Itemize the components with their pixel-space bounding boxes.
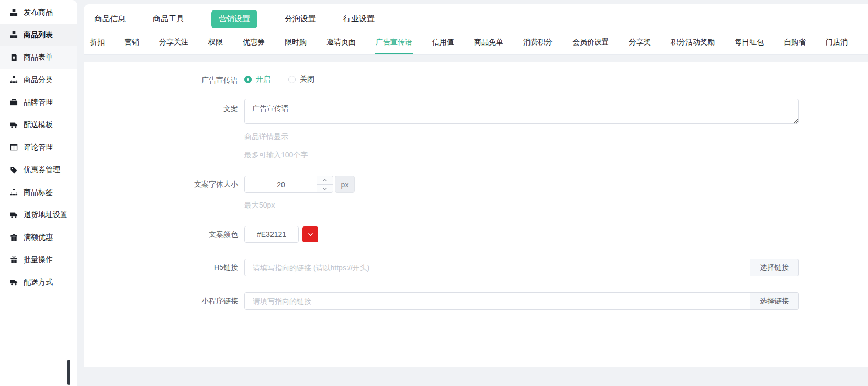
secondary-tab[interactable]: 会员价设置	[571, 38, 610, 54]
chevron-down-icon	[322, 187, 328, 190]
sidebar-item[interactable]: 满额优惠	[0, 226, 77, 248]
secondary-tab[interactable]: 分享关注	[158, 38, 189, 54]
increase-button[interactable]	[317, 176, 333, 185]
sidebar-item[interactable]: 商品分类	[0, 69, 77, 91]
mini-link-input[interactable]	[244, 292, 750, 310]
secondary-tab[interactable]: 自购省	[783, 38, 807, 54]
sidebar-scrollbar-thumb[interactable]	[67, 360, 70, 385]
form-row-mini-link: 小程序链接 选择链接	[84, 292, 868, 310]
secondary-tab[interactable]: 商品免单	[473, 38, 504, 54]
copy-help-display: 商品详情显示	[244, 132, 868, 142]
sidebar-item[interactable]: 商品列表	[0, 24, 77, 46]
sidebar-item-label: 退货地址设置	[24, 210, 67, 220]
copy-textarea[interactable]: 广告宣传语	[244, 99, 799, 124]
sidebar-item-label: 批量操作	[24, 255, 53, 265]
sidebar-item-label: 配送方式	[24, 278, 53, 287]
secondary-tab[interactable]: 营销	[123, 38, 140, 54]
mini-choose-link-button[interactable]: 选择链接	[750, 292, 799, 310]
secondary-tab-label: 广告宣传语	[376, 38, 412, 46]
radio-disable[interactable]: 关闭	[288, 75, 314, 84]
h5-link-label: H5链接	[84, 259, 244, 276]
primary-tab-label: 商品信息	[94, 14, 126, 23]
sidebar-item[interactable]: 评论管理	[0, 136, 77, 158]
chevron-up-icon	[322, 179, 328, 182]
primary-tab[interactable]: 营销设置	[211, 10, 257, 28]
sidebar-item-label: 品牌管理	[24, 98, 53, 107]
chevron-down-icon	[308, 233, 313, 236]
sidebar-item-label: 商品列表	[24, 30, 53, 40]
primary-tab[interactable]: 商品信息	[94, 10, 126, 28]
secondary-tab[interactable]: 优惠券	[242, 38, 266, 54]
secondary-tab[interactable]: 信用值	[431, 38, 455, 54]
h5-choose-link-button[interactable]: 选择链接	[750, 259, 799, 276]
form-row-h5-link: H5链接 选择链接	[84, 259, 868, 276]
sidebar-item-label: 发布商品	[24, 8, 53, 17]
secondary-tab[interactable]: 折扣	[89, 38, 106, 54]
secondary-tab-label: 商品免单	[474, 38, 503, 46]
h5-link-controls: 选择链接	[244, 259, 868, 276]
sitemap-icon	[10, 76, 18, 84]
secondary-tab[interactable]: 权限	[207, 38, 224, 54]
gift-icon	[10, 233, 18, 241]
primary-tab-label: 行业设置	[343, 14, 375, 23]
slogan-form: 广告宣传语 开启 关闭 文案 广告宣传语 商品详情显示	[84, 62, 868, 367]
app-root: 发布商品 商品列表 商品表单 商品分类	[0, 0, 868, 386]
copy-help-limit: 最多可输入100个字	[244, 151, 868, 160]
secondary-tab[interactable]: 消费积分	[522, 38, 554, 54]
primary-tab[interactable]: 行业设置	[343, 10, 375, 28]
decrease-button[interactable]	[317, 185, 333, 192]
briefcase-icon	[10, 98, 18, 106]
form-row-font-size: 文案字体大小	[84, 176, 868, 210]
tabs-header: 商品信息 商品工具 营销设置 分润设置 行业设置	[84, 4, 868, 55]
copy-controls: 广告宣传语 商品详情显示 最多可输入100个字	[244, 99, 868, 160]
font-size-controls: px 最大50px	[244, 176, 868, 210]
secondary-tab[interactable]: 限时购	[284, 38, 308, 54]
primary-tab-label: 商品工具	[153, 14, 184, 23]
sidebar-item[interactable]: 商品标签	[0, 181, 77, 203]
sidebar-item[interactable]: 优惠券管理	[0, 158, 77, 181]
secondary-tab[interactable]: 积分活动奖励	[670, 38, 716, 54]
secondary-tab-label: 消费积分	[523, 38, 553, 46]
sidebar-item[interactable]: 品牌管理	[0, 91, 77, 113]
color-value-input[interactable]	[244, 226, 299, 243]
sidebar-item[interactable]: 发布商品	[0, 1, 77, 24]
font-size-help: 最大50px	[244, 201, 868, 210]
h5-link-input[interactable]	[244, 259, 750, 276]
form-row-color: 文案颜色	[84, 226, 868, 243]
radio-disable-circle	[288, 76, 296, 83]
unit-px-box: px	[335, 176, 355, 193]
sidebar-item[interactable]: 批量操作	[0, 248, 77, 271]
secondary-tab[interactable]: 邀请页面	[325, 38, 357, 54]
slogan-switch-label: 广告宣传语	[84, 75, 244, 85]
main-content: 商品信息 商品工具 营销设置 分润设置 行业设置	[84, 4, 868, 386]
secondary-tab-label: 限时购	[285, 38, 307, 46]
secondary-tab[interactable]: 分享奖	[628, 38, 652, 54]
form-row-slogan-switch: 广告宣传语 开启 关闭	[84, 75, 868, 85]
primary-tab-label: 分润设置	[285, 14, 316, 23]
secondary-tab-label: 权限	[208, 38, 223, 46]
secondary-tab-label: 每日红包	[735, 38, 764, 46]
primary-tab[interactable]: 商品工具	[153, 10, 184, 28]
secondary-tab[interactable]: 每日红包	[734, 38, 765, 54]
tag-icon	[10, 166, 18, 174]
slogan-switch-controls: 开启 关闭	[244, 75, 868, 85]
font-size-stepper	[244, 176, 333, 193]
sidebar-item[interactable]: 配送模板	[0, 113, 77, 136]
sidebar-item[interactable]: 退货地址设置	[0, 203, 77, 226]
secondary-tab[interactable]: 广告宣传语	[375, 38, 413, 54]
mini-link-label: 小程序链接	[84, 292, 244, 309]
truck-icon	[10, 121, 18, 129]
font-size-label: 文案字体大小	[84, 176, 244, 192]
cubes-icon	[10, 8, 18, 16]
sidebar-item-label: 商品表单	[24, 53, 53, 62]
secondary-tab-label: 优惠券	[243, 38, 265, 46]
color-controls	[244, 226, 868, 243]
sitemap-icon	[10, 188, 18, 196]
radio-enable[interactable]: 开启	[244, 75, 270, 84]
primary-tab[interactable]: 分润设置	[285, 10, 316, 28]
sidebar-menu: 发布商品 商品列表 商品表单 商品分类	[0, 0, 77, 293]
color-picker-button[interactable]	[302, 226, 318, 242]
sidebar-item[interactable]: 商品表单	[0, 46, 77, 69]
sidebar-item[interactable]: 配送方式	[0, 271, 77, 293]
secondary-tab[interactable]: 门店消	[825, 38, 849, 54]
